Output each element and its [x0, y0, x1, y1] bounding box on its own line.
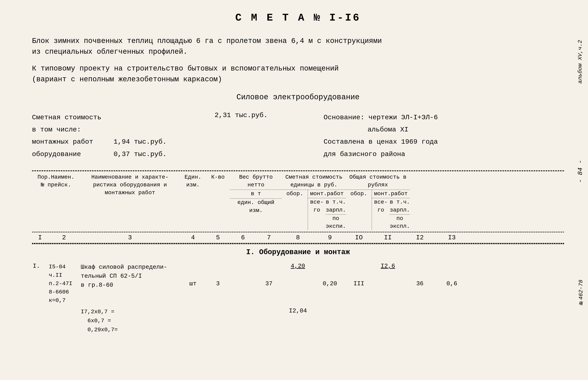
h-total-cost: Общая стоимость в рублях обор. монт.рабо… [346, 173, 410, 230]
entry-row-1: I. I5-04ч.IIп.2-47I8-6606к=0,7 Шкаф сило… [32, 260, 564, 307]
col-num-8: 8 [282, 234, 314, 241]
entry-preysk: I5-04ч.IIп.2-47I8-6606к=0,7 [48, 262, 80, 305]
h-total-mt: монт.работ все-го в т.ч. зарпл. по экспл… [372, 190, 410, 230]
col-num-12: I2 [404, 234, 436, 241]
entry-row-1-extra: I7,2x0,7 = 6x0,7 = 0,29x0,7= I2,04 [32, 307, 564, 337]
info-left: Сметная стоимость в том числе: монтажных… [32, 112, 167, 160]
cost-label1: Сметная стоимость [32, 112, 167, 124]
cost-sublabel1: в том числе: [32, 124, 167, 136]
album-label: альбом XV,ч.2 [577, 40, 583, 83]
col-num-13: I3 [436, 234, 468, 241]
side-label-album: альбом XV,ч.2 [576, 40, 584, 83]
h-weight: Вес брутто нетто в т един. общий изм. [230, 173, 282, 230]
page-number: - 84 - [577, 160, 584, 183]
desc-line2b: (вариант с неполным железобетонным карка… [32, 74, 492, 85]
entry-unit: шт [180, 280, 206, 287]
h-total-zarp: в т.ч. зарпл. по экспл. [390, 198, 410, 230]
info-block: Сметная стоимость в том числе: монтажных… [32, 112, 564, 160]
h-cost-sub: обор. монт.работ все-го в т.ч. зарпл. по… [282, 190, 346, 230]
col-num-4: 4 [180, 234, 206, 241]
cost-label2-text: монтажных работ [32, 138, 93, 146]
cost-val1-inline: 2,31 тыс.руб. [215, 112, 268, 160]
h-por-naim: Пор.Наимен. № прейск. [32, 173, 80, 230]
col-num-7: 7 [256, 234, 282, 241]
h-cost-eq: обор. [282, 190, 308, 230]
entry-weight-each [230, 262, 256, 263]
section-center-label: Силовое электрооборудование [32, 93, 564, 101]
section-i-heading: I. Оборудование и монтаж [32, 244, 564, 260]
description2-block: К типовому проекту на строительство быто… [32, 63, 492, 85]
cost-val2: 1,94 тыс.руб. [114, 138, 167, 146]
entry-cost-mt-zarp: III [346, 280, 372, 287]
h-total-mt-sub: все-го в т.ч. зарпл. по экспл. [372, 198, 410, 230]
cost-val3: 0,37 тыс.руб. [114, 151, 167, 158]
sostavlena-val: для базисного района [324, 148, 438, 160]
description-block: Блок зимних почвенных теплиц площадью 6 … [32, 36, 492, 57]
col-num-3: 3 [80, 234, 180, 241]
col-num-1: I [32, 234, 48, 241]
h-name: Наименование и характе-ристика оборудова… [80, 173, 180, 230]
h-cost-mt-sub: все-го в т.ч. зарпл. по экспи. [308, 198, 346, 230]
entry-cost-eq2: I2,04 [282, 307, 314, 315]
col-num-6: 6 [230, 234, 256, 241]
desc-line2: К типовому проекту на строительство быто… [32, 63, 492, 74]
col-num-11: II [372, 234, 404, 241]
h-qty: К-во [206, 173, 230, 230]
page: альбом XV,ч.2 - 84 - №462-78 С М Е Т А №… [0, 0, 588, 380]
entry-total-eq: I2,6 [372, 262, 404, 270]
entry-qty: 3 [206, 280, 230, 287]
page-title: С М Е Т А № I-I6 [32, 12, 564, 24]
cost-label3: оборудование 0,37 тыс.руб. [32, 148, 167, 160]
h-cost-mt: монт.работ все-го в т.ч. зарпл. по экспи… [308, 190, 346, 230]
h-smet-cost: Сметная стоимость единицы в руб. обор. м… [282, 173, 346, 230]
col-num-5: 5 [206, 234, 230, 241]
entry-calc-lines: I7,2x0,7 = 6x0,7 = 0,29x0,7= [80, 307, 180, 335]
h-unit: Един. изм. [180, 173, 206, 230]
cost-label2: монтажных работ 1,94 тыс.руб. [32, 136, 167, 148]
col-num-2: 2 [48, 234, 80, 241]
side-label-page-num: - 84 - [577, 160, 584, 183]
col-num-9: 9 [314, 234, 346, 241]
entry-cost-mt-all: 0,20 [314, 280, 346, 287]
h-cost-zarp: в т.ч. зарпл. по экспи. [326, 198, 346, 230]
entry-name: Шкаф силовой распредели-тельный СП 62-5/… [80, 262, 180, 290]
desc-line1b: из специальных облегченных профилей. [32, 47, 492, 57]
col-numbers-row: I 2 3 4 5 6 7 8 9 IO II I2 I3 [32, 232, 564, 244]
entry-num: I. [32, 262, 48, 270]
doc-number: №462-78 [578, 280, 584, 306]
header-row1: Пор.Наимен. № прейск. Наименование и хар… [32, 173, 564, 230]
entry-cost-eq: 4,20 [282, 262, 314, 270]
osnov-val: альбома XI [324, 124, 438, 136]
cost-label3-text: оборудование [32, 151, 81, 158]
entry-total-mt-zarp: 0,6 [436, 280, 468, 287]
osnov-label: Основание: чертежи ЭЛ-I+ЭЛ-6 [324, 112, 438, 124]
h-total-sub: обор. монт.работ все-го в т.ч. зарпл. по… [346, 190, 410, 230]
col-num-10: IO [346, 234, 372, 241]
table-header-area: Пор.Наимен. № прейск. Наименование и хар… [32, 171, 564, 244]
sostavlena-label: Составлена в ценах 1969 года [324, 136, 438, 148]
entry-total-mt-all: 36 [404, 280, 436, 287]
h-total-eq: обор. [346, 190, 372, 230]
entry-weight-total: 37 [256, 280, 282, 287]
info-right: Основание: чертежи ЭЛ-I+ЭЛ-6 альбома XI … [324, 112, 438, 160]
side-label-doc-num: №462-78 [578, 280, 584, 306]
desc-line1: Блок зимних почвенных теплиц площадью 6 … [32, 36, 492, 47]
